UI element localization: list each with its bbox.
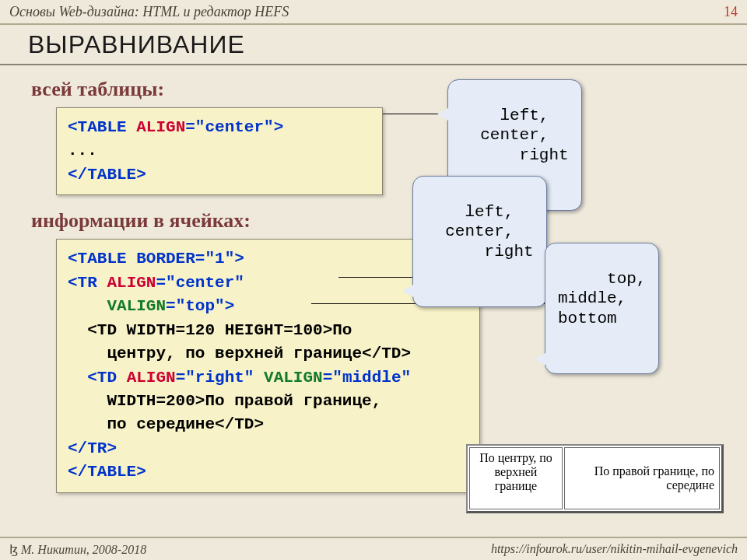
example-cell-2: По правой границе, по середине [564, 447, 720, 509]
code: <TABLE [68, 118, 136, 136]
code: <TR [68, 274, 107, 292]
code: ... [68, 142, 97, 159]
code: <TD WIDTH=120 HEIGHT=100>По [68, 321, 352, 339]
code: </TR> [68, 439, 117, 457]
callout-text: left, center, right [426, 203, 534, 260]
callout-align-2: left, center, right [412, 176, 547, 307]
code [68, 297, 107, 315]
code: ALIGN [136, 118, 185, 136]
code: <TABLE BORDER="1"> [68, 250, 244, 268]
code: ="middle" [323, 369, 411, 387]
code: ALIGN [107, 274, 156, 292]
slide-title: ВЫРАВНИВАНИЕ [0, 25, 747, 65]
callout-tail-icon [402, 285, 413, 297]
callout-text: left, center, right [461, 107, 569, 163]
subhead-cell-align: информации в ячейках: [31, 209, 716, 233]
code: центру, по верхней границе</TD> [68, 345, 411, 362]
code: </TABLE> [68, 166, 146, 184]
title-text: ВЫРАВНИВАНИЕ [28, 30, 245, 59]
header-bar: Основы Web-дизайна: HTML и редактор HEFS… [0, 0, 747, 25]
callout-text: top, middle, bottom [558, 270, 646, 327]
callout-tail-icon [535, 353, 545, 366]
author-text: М. Никитин, 2008-2018 [21, 543, 146, 556]
breadcrumb: Основы Web-дизайна: HTML и редактор HEFS [9, 4, 289, 20]
callout-valign: top, middle, bottom [545, 243, 659, 374]
code: ="top"> [166, 297, 234, 315]
code: по середине</TD> [68, 415, 264, 433]
example-cell-1: По центру, по верхней границе [469, 447, 563, 509]
code: <TD [68, 369, 127, 387]
footer-author: ɮ М. Никитин, 2008-2018 [9, 542, 146, 557]
code: ALIGN [127, 369, 176, 387]
connector-line [338, 277, 416, 278]
code: ="center" [156, 274, 244, 292]
callout-tail-icon [437, 108, 448, 121]
code: ="right" [176, 369, 264, 387]
page-number: 14 [724, 4, 738, 20]
code-block-1: <TABLE ALIGN="center"> ... </TABLE> [56, 107, 383, 195]
code: </TABLE> [68, 463, 146, 481]
footer-url: https://infourok.ru/user/nikitin-mihail-… [491, 542, 738, 556]
footer-bar: ɮ М. Никитин, 2008-2018 https://infourok… [0, 537, 747, 560]
code: WIDTH=200>По правой границе, [68, 392, 381, 410]
example-table: По центру, по верхней границе По правой … [466, 444, 724, 513]
code: VALIGN [107, 297, 166, 315]
content-area: всей таблицы: <TABLE ALIGN="center"> ...… [0, 65, 747, 493]
code: ="center"> [185, 118, 283, 136]
subhead-table-align: всей таблицы: [31, 78, 716, 101]
code: VALIGN [264, 369, 323, 387]
